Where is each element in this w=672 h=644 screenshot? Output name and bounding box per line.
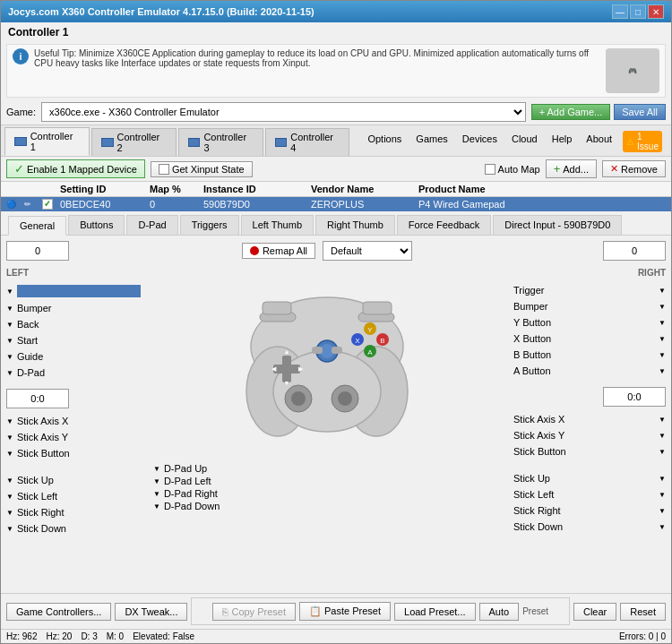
svg-point-13 [338, 391, 352, 406]
svg-text:▼: ▼ [284, 380, 290, 386]
add-button[interactable]: + Add... [546, 159, 597, 178]
left-stick-up-arrow[interactable]: ▼ [6, 477, 13, 485]
left-stick-down-arrow[interactable]: ▼ [6, 525, 13, 533]
right-y-arrow[interactable]: ▼ [659, 319, 666, 327]
tab-controller-2[interactable]: Controller 2 [91, 128, 177, 156]
right-stick-right-arrow[interactable]: ▼ [659, 507, 666, 515]
center-dpad-down-row: ▼ D-Pad Down [153, 501, 501, 511]
enable-device-button[interactable]: ✓ Enable 1 Mapped Device [6, 159, 145, 178]
sub-tab-left-thumb[interactable]: Left Thumb [241, 215, 314, 235]
row-icon2: ✏ [24, 200, 42, 209]
left-axis-y-arrow[interactable]: ▼ [6, 434, 13, 442]
left-panel-label: LEFT [6, 268, 141, 278]
row-vendor: ZEROPLUS [311, 199, 418, 210]
right-a-arrow[interactable]: ▼ [659, 367, 666, 375]
left-stick-right-row: ▼ Stick Right [6, 507, 141, 518]
remap-all-button[interactable]: Remap All [242, 243, 315, 259]
game-select[interactable]: x360ce.exe - X360 Controller Emulator [41, 102, 526, 122]
remove-button[interactable]: ✕ Remove [602, 160, 666, 177]
center-dpad-up-arrow[interactable]: ▼ [153, 465, 160, 473]
paste-preset-button[interactable]: 📋 Paste Preset [299, 602, 391, 621]
right-x-arrow[interactable]: ▼ [659, 335, 666, 343]
left-axis-x-arrow[interactable]: ▼ [6, 417, 13, 425]
tab-controller-3[interactable]: Controller 3 [178, 128, 263, 156]
sub-tab-triggers[interactable]: Triggers [180, 215, 239, 235]
left-trigger-arrow[interactable]: ▼ [6, 288, 13, 296]
left-stick-right-arrow[interactable]: ▼ [6, 509, 13, 517]
right-bumper-arrow[interactable]: ▼ [659, 303, 666, 311]
left-guide-row: ▼ Guide [6, 351, 141, 362]
right-stick-up-label: Stick Up [513, 473, 655, 484]
game-controllers-button[interactable]: Game Controllers... [6, 603, 111, 621]
row-checkbox[interactable]: ✓ [42, 199, 53, 210]
clear-button[interactable]: Clear [573, 603, 616, 621]
menu-cloud[interactable]: Cloud [504, 131, 545, 152]
center-dpad-right-arrow[interactable]: ▼ [153, 490, 160, 498]
left-start-arrow[interactable]: ▼ [6, 337, 13, 345]
tab-controller-4[interactable]: Controller 4 [265, 128, 350, 156]
left-guide-arrow[interactable]: ▼ [6, 353, 13, 361]
preset-select[interactable]: Default [323, 241, 412, 261]
right-stick-left-label: Stick Left [513, 489, 655, 500]
right-b-arrow[interactable]: ▼ [659, 351, 666, 359]
menu-about[interactable]: About [579, 131, 619, 152]
sub-tab-dpad[interactable]: D-Pad [126, 215, 177, 235]
auto-map-checkbox[interactable] [485, 164, 495, 175]
right-y-row: Y Button ▼ [513, 317, 666, 328]
col-map: Map % [150, 184, 203, 194]
svg-text:A: A [367, 348, 373, 356]
svg-text:Y: Y [367, 326, 373, 334]
controller-tab-icon-3 [188, 138, 201, 147]
right-stick-left-arrow[interactable]: ▼ [659, 491, 666, 499]
right-stick-down-arrow[interactable]: ▼ [659, 523, 666, 531]
left-start-row: ▼ Start [6, 335, 141, 346]
right-stick-btn-arrow[interactable]: ▼ [659, 448, 666, 456]
left-stick-left-arrow[interactable]: ▼ [6, 493, 13, 501]
get-xinput-button[interactable]: Get Xinput State [151, 161, 253, 177]
right-stick-up-row: Stick Up ▼ [513, 473, 666, 484]
right-stick-up-arrow[interactable]: ▼ [659, 475, 666, 483]
add-game-button[interactable]: + Add Game... [531, 104, 611, 120]
tab-controller-1[interactable]: Controller 1 [4, 127, 90, 156]
game-bar: Game: x360ce.exe - X360 Controller Emula… [1, 99, 671, 125]
table-row[interactable]: 🔵 ✏ ✓ 0BEDCE40 0 590B79D0 ZEROPLUS P4 Wi… [1, 197, 671, 211]
controller-thumbnail: 🎮 [606, 48, 659, 93]
check-icon: ✓ [14, 162, 24, 176]
reset-button[interactable]: Reset [620, 603, 666, 621]
tab-controller-1-label: Controller 1 [30, 131, 80, 152]
dx-tweak-button[interactable]: DX Tweak... [115, 603, 187, 621]
right-spacer [513, 462, 666, 469]
center-dpad-down-arrow[interactable]: ▼ [153, 502, 160, 511]
right-axis-x-arrow[interactable]: ▼ [659, 416, 666, 424]
menu-devices[interactable]: Devices [455, 131, 504, 152]
sub-tab-right-thumb[interactable]: Right Thumb [315, 215, 395, 235]
maximize-button[interactable]: □ [630, 4, 646, 19]
copy-preset-button[interactable]: ⎘ Copy Preset [212, 603, 296, 621]
close-button[interactable]: ✕ [648, 4, 664, 19]
sub-tab-force-feedback[interactable]: Force Feedback [397, 215, 491, 235]
save-all-button[interactable]: Save All [614, 104, 666, 120]
minimize-button[interactable]: — [612, 4, 628, 19]
sub-tab-direct-input[interactable]: Direct Input - 590B79D0 [493, 215, 622, 235]
menu-games[interactable]: Games [409, 131, 454, 152]
toolbar-right: Auto Map + Add... ✕ Remove [485, 159, 666, 178]
left-stick-btn-arrow[interactable]: ▼ [6, 450, 13, 458]
svg-rect-9 [273, 365, 300, 374]
right-trigger-arrow[interactable]: ▼ [659, 287, 666, 295]
left-stick-left-label: Stick Left [17, 491, 141, 502]
menu-options[interactable]: Options [360, 131, 409, 152]
left-stick-btn-row: ▼ Stick Button [6, 448, 141, 459]
auto-button[interactable]: Auto [479, 603, 520, 621]
load-preset-button[interactable]: Load Preset... [394, 603, 476, 621]
left-bumper-arrow[interactable]: ▼ [6, 305, 13, 313]
menu-help[interactable]: Help [545, 131, 580, 152]
center-dpad-left-arrow[interactable]: ▼ [153, 477, 160, 485]
sub-tab-buttons[interactable]: Buttons [68, 215, 125, 235]
sub-tab-general[interactable]: General [8, 216, 66, 236]
title-bar: Jocys.com X360 Controller Emulator 4.17.… [1, 1, 671, 22]
right-axis-y-arrow[interactable]: ▼ [659, 432, 666, 440]
left-back-arrow[interactable]: ▼ [6, 321, 13, 329]
controller-tabs: Controller 1 Controller 2 Controller 3 C… [1, 125, 671, 157]
issue-badge[interactable]: ⚠ 1 Issue [623, 131, 662, 152]
left-dpad-arrow[interactable]: ▼ [6, 369, 13, 377]
